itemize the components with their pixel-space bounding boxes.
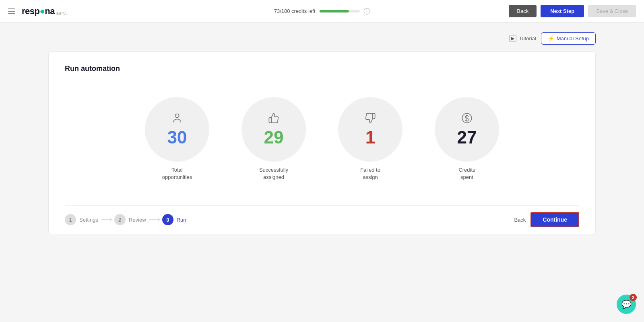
card-title: Run automation xyxy=(65,64,579,73)
stat-circle-failed: 1 xyxy=(338,97,402,162)
stat-number-success: 29 xyxy=(264,129,284,146)
manual-setup-button[interactable]: ⚡ Manual Setup xyxy=(541,32,596,45)
stats-row: 30 Totalopportunities 29 Successfullyass… xyxy=(65,89,579,205)
step-circle-3: 3 xyxy=(162,214,173,225)
chat-icon: 💬 xyxy=(621,299,632,309)
stat-credits-spent: 27 Creditsspent xyxy=(435,97,499,181)
header: resp●na BETA 73/100 credits left i Back … xyxy=(0,0,644,23)
main-content: ▶ Tutorial ⚡ Manual Setup Run automation… xyxy=(0,23,644,322)
beta-label: BETA xyxy=(56,12,67,16)
stat-number-total: 30 xyxy=(167,129,187,146)
credits-bar xyxy=(319,10,359,12)
stat-circle-success: 29 xyxy=(242,97,306,162)
stat-label-total: Totalopportunities xyxy=(162,166,192,181)
credits-section: 73/100 credits left i xyxy=(274,8,370,15)
credits-info-icon[interactable]: i xyxy=(363,8,370,15)
step-label-review: Review xyxy=(129,217,146,223)
stat-failed-assign: 1 Failed toassign xyxy=(338,97,402,181)
step-label-settings: Settings xyxy=(79,217,98,223)
footer-back-button[interactable]: Back xyxy=(514,217,526,223)
hamburger-menu[interactable] xyxy=(8,8,15,14)
stat-circle-credits: 27 xyxy=(435,97,499,162)
tutorial-button[interactable]: ▶ Tutorial xyxy=(509,35,536,42)
thumbs-down-icon xyxy=(365,112,376,126)
dollar-icon xyxy=(461,112,473,126)
card-footer: 1 Settings 2 Review 3 Run Back Continue xyxy=(65,205,579,234)
stat-total-opportunities: 30 Totalopportunities xyxy=(145,97,209,181)
chat-badge: 2 xyxy=(630,294,637,301)
logo-text: resp●na xyxy=(22,6,55,17)
step-circle-1: 1 xyxy=(65,214,76,225)
next-step-button[interactable]: Next Step xyxy=(541,5,584,17)
lightning-icon: ⚡ xyxy=(548,35,554,42)
run-automation-card: Run automation 30 Totalopportunities xyxy=(48,51,596,234)
person-icon xyxy=(171,112,183,126)
step-review: 2 Review xyxy=(114,214,146,225)
credits-text: 73/100 credits left xyxy=(274,8,316,14)
step-arrow-2 xyxy=(149,219,159,220)
stat-successfully-assigned: 29 Successfullyassigned xyxy=(242,97,306,181)
footer-actions: Back Continue xyxy=(514,212,579,227)
header-actions: Back Next Step Save & Close xyxy=(509,5,636,17)
logo: resp●na BETA xyxy=(22,6,67,17)
step-arrow-1 xyxy=(101,219,111,220)
continue-button[interactable]: Continue xyxy=(530,212,579,227)
stat-label-credits: Creditsspent xyxy=(458,166,475,181)
step-settings: 1 Settings xyxy=(65,214,98,225)
header-left: resp●na BETA xyxy=(8,6,67,17)
step-circle-2: 2 xyxy=(114,214,126,225)
play-icon: ▶ xyxy=(509,35,516,42)
stat-circle-total: 30 xyxy=(145,97,209,162)
stat-label-failed: Failed toassign xyxy=(360,166,380,181)
toolbar-row: ▶ Tutorial ⚡ Manual Setup xyxy=(48,32,596,45)
step-label-run: Run xyxy=(177,217,186,223)
back-button[interactable]: Back xyxy=(509,5,537,17)
thumbs-up-icon xyxy=(268,112,279,126)
stat-number-failed: 1 xyxy=(365,129,375,146)
credits-fill xyxy=(319,10,349,12)
chat-bubble[interactable]: 💬 2 xyxy=(617,295,636,314)
steps-row: 1 Settings 2 Review 3 Run xyxy=(65,214,186,225)
save-close-button[interactable]: Save & Close xyxy=(588,5,636,17)
stat-label-success: Successfullyassigned xyxy=(259,166,288,181)
svg-point-0 xyxy=(175,114,179,118)
step-run: 3 Run xyxy=(162,214,186,225)
stat-number-credits: 27 xyxy=(457,129,477,146)
